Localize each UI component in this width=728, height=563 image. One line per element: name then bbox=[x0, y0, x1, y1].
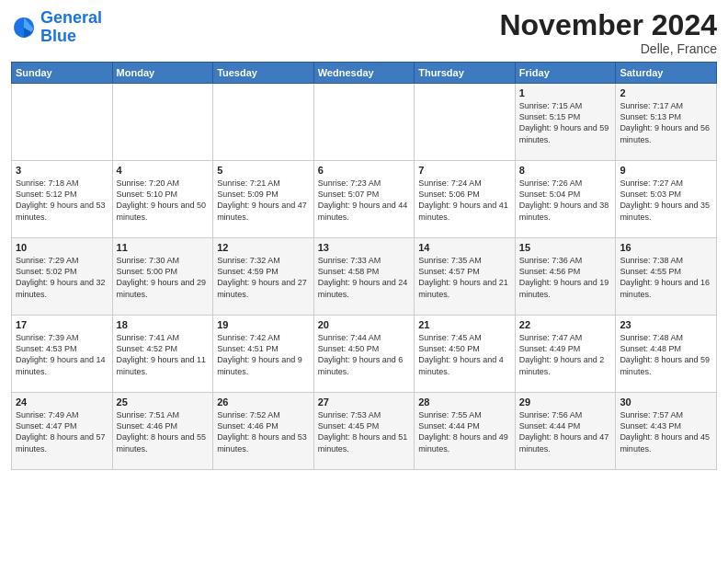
calendar-cell: 7Sunrise: 7:24 AM Sunset: 5:06 PM Daylig… bbox=[415, 161, 516, 238]
calendar-cell: 5Sunrise: 7:21 AM Sunset: 5:09 PM Daylig… bbox=[213, 161, 314, 238]
calendar-week-5: 24Sunrise: 7:49 AM Sunset: 4:47 PM Dayli… bbox=[12, 393, 717, 470]
day-number: 8 bbox=[519, 165, 612, 176]
day-number: 9 bbox=[620, 165, 712, 176]
calendar-cell: 10Sunrise: 7:29 AM Sunset: 5:02 PM Dayli… bbox=[12, 238, 113, 316]
calendar-cell: 14Sunrise: 7:35 AM Sunset: 4:57 PM Dayli… bbox=[415, 238, 516, 316]
title-block: November 2024 Delle, France bbox=[499, 9, 717, 56]
day-info: Sunrise: 7:57 AM Sunset: 4:43 PM Dayligh… bbox=[620, 409, 712, 454]
calendar-cell bbox=[415, 84, 516, 161]
day-number: 18 bbox=[117, 319, 210, 330]
day-info: Sunrise: 7:26 AM Sunset: 5:04 PM Dayligh… bbox=[519, 178, 612, 223]
col-wednesday: Wednesday bbox=[313, 63, 415, 84]
day-number: 2 bbox=[620, 87, 712, 98]
day-info: Sunrise: 7:45 AM Sunset: 4:50 PM Dayligh… bbox=[418, 332, 511, 377]
calendar-cell: 2Sunrise: 7:17 AM Sunset: 5:13 PM Daylig… bbox=[616, 84, 717, 161]
day-info: Sunrise: 7:33 AM Sunset: 4:58 PM Dayligh… bbox=[318, 255, 411, 300]
day-info: Sunrise: 7:32 AM Sunset: 4:59 PM Dayligh… bbox=[217, 255, 310, 300]
calendar-week-4: 17Sunrise: 7:39 AM Sunset: 4:53 PM Dayli… bbox=[12, 316, 717, 393]
calendar-cell: 20Sunrise: 7:44 AM Sunset: 4:50 PM Dayli… bbox=[313, 316, 415, 393]
calendar-cell: 9Sunrise: 7:27 AM Sunset: 5:03 PM Daylig… bbox=[616, 161, 717, 238]
day-info: Sunrise: 7:15 AM Sunset: 5:15 PM Dayligh… bbox=[519, 100, 612, 145]
day-number: 28 bbox=[418, 396, 511, 408]
day-info: Sunrise: 7:52 AM Sunset: 4:46 PM Dayligh… bbox=[217, 409, 310, 454]
day-info: Sunrise: 7:27 AM Sunset: 5:03 PM Dayligh… bbox=[620, 178, 712, 223]
day-info: Sunrise: 7:18 AM Sunset: 5:12 PM Dayligh… bbox=[16, 178, 108, 223]
day-info: Sunrise: 7:36 AM Sunset: 4:56 PM Dayligh… bbox=[519, 255, 612, 300]
day-number: 26 bbox=[217, 396, 310, 408]
calendar-cell: 16Sunrise: 7:38 AM Sunset: 4:55 PM Dayli… bbox=[616, 238, 717, 316]
col-thursday: Thursday bbox=[415, 63, 516, 84]
col-sunday: Sunday bbox=[12, 63, 113, 84]
calendar-table: Sunday Monday Tuesday Wednesday Thursday… bbox=[11, 62, 717, 470]
calendar-cell: 17Sunrise: 7:39 AM Sunset: 4:53 PM Dayli… bbox=[12, 316, 113, 393]
calendar-cell: 6Sunrise: 7:23 AM Sunset: 5:07 PM Daylig… bbox=[313, 161, 415, 238]
day-info: Sunrise: 7:24 AM Sunset: 5:06 PM Dayligh… bbox=[418, 178, 511, 223]
day-number: 24 bbox=[16, 396, 108, 408]
month-title: November 2024 bbox=[499, 9, 717, 41]
calendar-cell: 13Sunrise: 7:33 AM Sunset: 4:58 PM Dayli… bbox=[313, 238, 415, 316]
page-container: General Blue November 2024 Delle, France… bbox=[0, 0, 728, 479]
calendar-cell bbox=[313, 84, 415, 161]
calendar-cell bbox=[112, 84, 213, 161]
day-info: Sunrise: 7:55 AM Sunset: 4:44 PM Dayligh… bbox=[418, 409, 511, 454]
day-info: Sunrise: 7:23 AM Sunset: 5:07 PM Dayligh… bbox=[318, 178, 411, 223]
day-info: Sunrise: 7:21 AM Sunset: 5:09 PM Dayligh… bbox=[217, 178, 310, 223]
day-number: 7 bbox=[418, 165, 511, 176]
day-info: Sunrise: 7:51 AM Sunset: 4:46 PM Dayligh… bbox=[117, 409, 210, 454]
calendar-cell: 4Sunrise: 7:20 AM Sunset: 5:10 PM Daylig… bbox=[112, 161, 213, 238]
calendar-cell: 21Sunrise: 7:45 AM Sunset: 4:50 PM Dayli… bbox=[415, 316, 516, 393]
logo: General Blue bbox=[11, 9, 102, 46]
day-info: Sunrise: 7:20 AM Sunset: 5:10 PM Dayligh… bbox=[117, 178, 210, 223]
calendar-cell: 25Sunrise: 7:51 AM Sunset: 4:46 PM Dayli… bbox=[112, 393, 213, 470]
day-info: Sunrise: 7:35 AM Sunset: 4:57 PM Dayligh… bbox=[418, 255, 511, 300]
day-number: 12 bbox=[217, 242, 310, 253]
day-number: 4 bbox=[117, 165, 210, 176]
day-number: 23 bbox=[620, 319, 712, 330]
day-info: Sunrise: 7:47 AM Sunset: 4:49 PM Dayligh… bbox=[519, 332, 612, 377]
calendar-cell: 28Sunrise: 7:55 AM Sunset: 4:44 PM Dayli… bbox=[415, 393, 516, 470]
day-info: Sunrise: 7:30 AM Sunset: 5:00 PM Dayligh… bbox=[117, 255, 210, 300]
calendar-week-1: 1Sunrise: 7:15 AM Sunset: 5:15 PM Daylig… bbox=[12, 84, 717, 161]
day-number: 17 bbox=[16, 319, 108, 330]
calendar-cell: 26Sunrise: 7:52 AM Sunset: 4:46 PM Dayli… bbox=[213, 393, 314, 470]
calendar-cell: 12Sunrise: 7:32 AM Sunset: 4:59 PM Dayli… bbox=[213, 238, 314, 316]
calendar-cell: 11Sunrise: 7:30 AM Sunset: 5:00 PM Dayli… bbox=[112, 238, 213, 316]
calendar-cell: 22Sunrise: 7:47 AM Sunset: 4:49 PM Dayli… bbox=[515, 316, 616, 393]
logo-text: General Blue bbox=[40, 9, 102, 46]
day-number: 5 bbox=[217, 165, 310, 176]
calendar-cell bbox=[12, 84, 113, 161]
calendar-cell: 23Sunrise: 7:48 AM Sunset: 4:48 PM Dayli… bbox=[616, 316, 717, 393]
day-number: 27 bbox=[318, 396, 411, 408]
day-info: Sunrise: 7:56 AM Sunset: 4:44 PM Dayligh… bbox=[519, 409, 612, 454]
calendar-header-row: Sunday Monday Tuesday Wednesday Thursday… bbox=[12, 63, 717, 84]
header: General Blue November 2024 Delle, France bbox=[11, 9, 717, 56]
calendar-cell: 24Sunrise: 7:49 AM Sunset: 4:47 PM Dayli… bbox=[12, 393, 113, 470]
calendar-cell: 18Sunrise: 7:41 AM Sunset: 4:52 PM Dayli… bbox=[112, 316, 213, 393]
day-number: 20 bbox=[318, 319, 411, 330]
day-number: 15 bbox=[519, 242, 612, 253]
col-friday: Friday bbox=[515, 63, 616, 84]
calendar-week-2: 3Sunrise: 7:18 AM Sunset: 5:12 PM Daylig… bbox=[12, 161, 717, 238]
day-info: Sunrise: 7:48 AM Sunset: 4:48 PM Dayligh… bbox=[620, 332, 712, 377]
day-info: Sunrise: 7:53 AM Sunset: 4:45 PM Dayligh… bbox=[318, 409, 411, 454]
day-number: 16 bbox=[620, 242, 712, 253]
day-number: 30 bbox=[620, 396, 712, 408]
day-info: Sunrise: 7:38 AM Sunset: 4:55 PM Dayligh… bbox=[620, 255, 712, 300]
day-number: 3 bbox=[16, 165, 108, 176]
col-monday: Monday bbox=[112, 63, 213, 84]
day-number: 11 bbox=[117, 242, 210, 253]
calendar-cell bbox=[213, 84, 314, 161]
calendar-cell: 30Sunrise: 7:57 AM Sunset: 4:43 PM Dayli… bbox=[616, 393, 717, 470]
day-number: 25 bbox=[117, 396, 210, 408]
day-info: Sunrise: 7:17 AM Sunset: 5:13 PM Dayligh… bbox=[620, 100, 712, 145]
day-number: 19 bbox=[217, 319, 310, 330]
col-tuesday: Tuesday bbox=[213, 63, 314, 84]
day-info: Sunrise: 7:42 AM Sunset: 4:51 PM Dayligh… bbox=[217, 332, 310, 377]
calendar-cell: 27Sunrise: 7:53 AM Sunset: 4:45 PM Dayli… bbox=[313, 393, 415, 470]
day-number: 10 bbox=[16, 242, 108, 253]
day-number: 29 bbox=[519, 396, 612, 408]
calendar-cell: 3Sunrise: 7:18 AM Sunset: 5:12 PM Daylig… bbox=[12, 161, 113, 238]
calendar-cell: 19Sunrise: 7:42 AM Sunset: 4:51 PM Dayli… bbox=[213, 316, 314, 393]
day-info: Sunrise: 7:49 AM Sunset: 4:47 PM Dayligh… bbox=[16, 409, 108, 454]
day-info: Sunrise: 7:29 AM Sunset: 5:02 PM Dayligh… bbox=[16, 255, 108, 300]
